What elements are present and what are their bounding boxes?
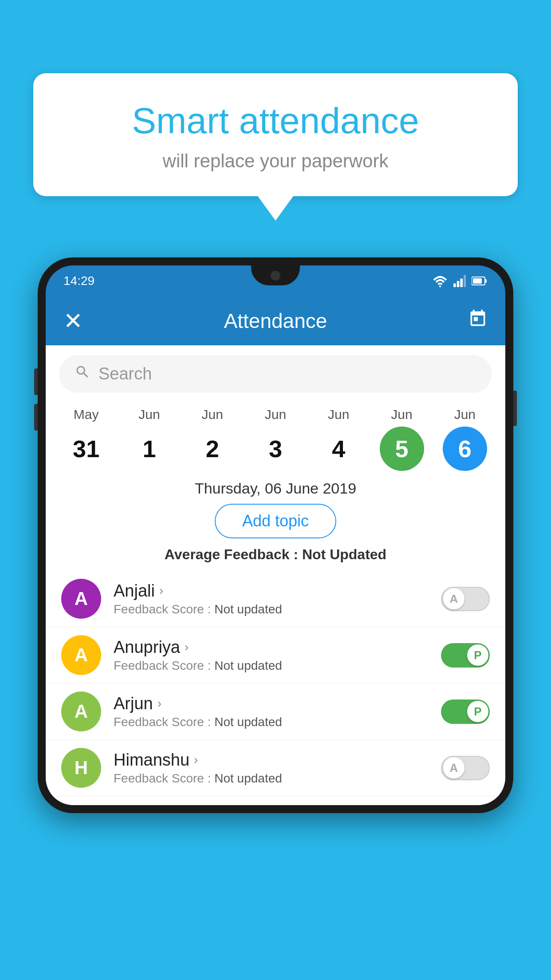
chevron-right-icon: › — [194, 753, 198, 767]
phone: 14:29 — [38, 257, 513, 813]
wifi-icon — [433, 275, 448, 287]
svg-rect-1 — [453, 284, 456, 287]
cal-month-label: Jun — [138, 407, 160, 422]
phone-container: 14:29 — [38, 257, 513, 813]
student-name: Himanshu › — [114, 751, 429, 770]
search-icon — [75, 364, 91, 384]
phone-screen: ✕ Attendance Search May31Jun — [46, 296, 505, 805]
attendance-toggle[interactable]: P — [441, 643, 490, 668]
calendar-day[interactable]: Jun4 — [310, 407, 367, 471]
svg-rect-6 — [485, 279, 487, 283]
cal-date[interactable]: 1 — [127, 427, 171, 471]
cal-date[interactable]: 5 — [380, 427, 424, 471]
student-info: Anjali ›Feedback Score : Not updated — [114, 581, 429, 616]
student-info: Himanshu ›Feedback Score : Not updated — [114, 751, 429, 786]
cal-month-label: Jun — [454, 407, 476, 422]
student-item[interactable]: AAnjali ›Feedback Score : Not updatedA — [46, 571, 505, 627]
student-avatar: H — [61, 748, 101, 788]
cal-month-label: Jun — [202, 407, 223, 422]
cal-month-label: May — [74, 407, 99, 422]
speech-bubble-tail — [258, 196, 293, 221]
close-button[interactable]: ✕ — [63, 309, 83, 332]
svg-rect-4 — [464, 275, 466, 287]
student-info: Anupriya ›Feedback Score : Not updated — [114, 638, 429, 673]
selected-date-label: Thursday, 06 June 2019 — [46, 471, 505, 504]
volume-down-button — [34, 404, 38, 431]
feedback-value: Not updated — [214, 715, 282, 729]
student-name: Arjun › — [114, 694, 429, 713]
search-placeholder: Search — [98, 364, 152, 383]
student-item[interactable]: HHimanshu ›Feedback Score : Not updatedA — [46, 740, 505, 796]
student-avatar: A — [61, 692, 101, 731]
avg-feedback-value: Not Updated — [302, 546, 386, 562]
avg-feedback: Average Feedback : Not Updated — [46, 546, 505, 571]
toggle-knob: A — [443, 588, 464, 609]
avg-feedback-label: Average Feedback : — [165, 546, 298, 562]
front-camera — [271, 271, 280, 281]
calendar-day[interactable]: Jun5 — [373, 407, 431, 471]
svg-rect-7 — [473, 278, 482, 284]
student-avatar: A — [61, 579, 101, 619]
search-bar[interactable]: Search — [59, 355, 492, 393]
toggle-knob: A — [443, 757, 464, 778]
feedback-value: Not updated — [214, 602, 282, 616]
status-time: 14:29 — [63, 274, 94, 288]
student-name: Anupriya › — [114, 638, 429, 657]
chevron-right-icon: › — [185, 640, 189, 654]
student-feedback: Feedback Score : Not updated — [114, 771, 429, 786]
feedback-value: Not updated — [214, 771, 282, 785]
cal-date[interactable]: 2 — [190, 427, 235, 471]
attendance-toggle[interactable]: A — [441, 587, 490, 611]
chevron-right-icon: › — [157, 696, 161, 711]
student-feedback: Feedback Score : Not updated — [114, 602, 429, 616]
speech-bubble-container: Smart attendance will replace your paper… — [33, 73, 518, 221]
svg-rect-3 — [460, 278, 463, 287]
student-name: Anjali › — [114, 581, 429, 601]
student-item[interactable]: AAnupriya ›Feedback Score : Not updatedP — [46, 627, 505, 684]
student-list: AAnjali ›Feedback Score : Not updatedAAA… — [46, 571, 505, 805]
toggle-knob: P — [467, 644, 488, 666]
calendar-icon[interactable] — [468, 309, 488, 333]
calendar-day[interactable]: Jun3 — [247, 407, 304, 471]
attendance-toggle[interactable]: P — [441, 699, 490, 724]
speech-bubble-heading: Smart attendance — [55, 100, 496, 142]
battery-icon — [472, 276, 488, 286]
power-button — [513, 391, 517, 426]
cal-date[interactable]: 31 — [64, 427, 108, 471]
chevron-right-icon: › — [159, 584, 163, 598]
notch — [251, 265, 300, 285]
toggle-knob: P — [467, 701, 488, 722]
volume-up-button — [34, 368, 38, 395]
speech-bubble: Smart attendance will replace your paper… — [33, 73, 518, 196]
cal-month-label: Jun — [328, 407, 349, 422]
student-feedback: Feedback Score : Not updated — [114, 659, 429, 673]
cal-date[interactable]: 4 — [316, 427, 361, 471]
student-avatar: A — [61, 635, 101, 675]
cal-date[interactable]: 6 — [443, 427, 487, 471]
student-item[interactable]: AArjun ›Feedback Score : Not updatedP — [46, 684, 505, 740]
app-header: ✕ Attendance — [46, 296, 505, 345]
signal-icon — [453, 275, 466, 287]
cal-date[interactable]: 3 — [253, 427, 298, 471]
attendance-toggle[interactable]: A — [441, 756, 490, 780]
calendar-day[interactable]: Jun6 — [436, 407, 494, 471]
cal-month-label: Jun — [265, 407, 286, 422]
add-topic-button[interactable]: Add topic — [215, 504, 336, 538]
speech-bubble-subtext: will replace your paperwork — [55, 150, 496, 172]
feedback-value: Not updated — [214, 659, 282, 672]
status-icons — [433, 275, 488, 287]
student-info: Arjun ›Feedback Score : Not updated — [114, 694, 429, 729]
calendar-day[interactable]: May31 — [57, 407, 115, 471]
student-feedback: Feedback Score : Not updated — [114, 715, 429, 729]
calendar-row: May31Jun1Jun2Jun3Jun4Jun5Jun6 — [46, 403, 505, 471]
svg-rect-2 — [457, 281, 460, 287]
calendar-day[interactable]: Jun1 — [120, 407, 178, 471]
svg-point-0 — [439, 286, 441, 288]
status-bar: 14:29 — [46, 265, 505, 296]
calendar-day[interactable]: Jun2 — [184, 407, 241, 471]
app-title: Attendance — [224, 309, 327, 333]
cal-month-label: Jun — [391, 407, 412, 422]
